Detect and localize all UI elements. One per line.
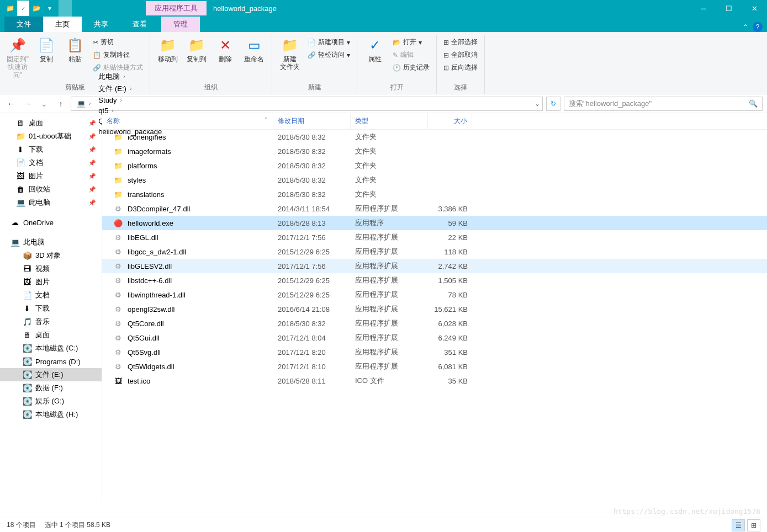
file-row[interactable]: ⚙libGLESV2.dll2017/12/1 7:56应用程序扩展2,742 … (102, 259, 767, 273)
recent-dropdown[interactable]: ⌄ (38, 97, 51, 110)
properties-button[interactable]: ✓属性 (362, 35, 388, 64)
file-row[interactable]: 🔴helloworld.exe2018/5/28 8:13应用程序59 KB (102, 216, 767, 230)
col-name[interactable]: 名称⌃ (102, 113, 273, 129)
pc-icon[interactable]: 💻› (73, 98, 94, 109)
file-date: 2015/12/29 6:25 (273, 248, 351, 256)
navigation-pane[interactable]: 🖥桌面📌📁01-uboot基础📌⬇下载📌📄文档📌🖼图片📌🗑回收站📌💻此电脑📌☁O… (0, 113, 102, 499)
open-button[interactable]: 📂打开 ▾ (390, 36, 432, 48)
nav-item[interactable]: ⬇下载 (0, 302, 102, 315)
minimize-button[interactable]: ─ (691, 0, 716, 17)
file-row[interactable]: ⚙opengl32sw.dll2016/6/14 21:08应用程序扩展15,6… (102, 302, 767, 316)
pin-to-quick-access-button[interactable]: 📌固定到" 快速访问" (4, 35, 31, 80)
file-row[interactable]: ⚙D3Dcompiler_47.dll2014/3/11 18:54应用程序扩展… (102, 201, 767, 216)
nav-item[interactable]: 🖥桌面📌 (0, 116, 102, 130)
maximize-button[interactable]: ☐ (716, 0, 742, 17)
file-row[interactable]: ⚙Qt5Gui.dll2017/12/1 8:04应用程序扩展6,249 KB (102, 331, 767, 345)
cut-button[interactable]: ✂剪切 (91, 36, 145, 48)
file-row[interactable]: ⚙libstdc++-6.dll2015/12/29 6:25应用程序扩展1,5… (102, 273, 767, 288)
qat-folder-icon[interactable]: 📂 (30, 0, 43, 17)
col-date[interactable]: 修改日期 (273, 113, 351, 129)
dll-icon: ⚙ (113, 232, 123, 242)
nav-item[interactable]: 💻此电脑 (0, 236, 102, 249)
qat-dropdown-icon[interactable]: ▾ (43, 0, 56, 17)
close-button[interactable]: ✕ (742, 0, 767, 17)
nav-item[interactable]: 🎵音乐 (0, 315, 102, 328)
address-dropdown-icon[interactable]: ⌄ (535, 100, 540, 108)
help-icon[interactable]: ? (753, 22, 763, 32)
back-button[interactable]: ← (4, 97, 18, 110)
copy-to-button[interactable]: 📁复制到 (183, 35, 210, 64)
select-none-button[interactable]: ⊟全部取消 (441, 49, 480, 61)
file-row[interactable]: ⚙Qt5Widgets.dll2017/12/1 8:10应用程序扩展6,081… (102, 359, 767, 374)
file-row[interactable]: ⚙libEGL.dll2017/12/1 7:56应用程序扩展22 KB (102, 230, 767, 244)
file-row[interactable]: ⚙Qt5Core.dll2018/5/30 8:32应用程序扩展6,028 KB (102, 316, 767, 331)
nav-item-icon: 🖼 (22, 277, 32, 287)
edit-button[interactable]: ✎编辑 (390, 49, 432, 61)
file-name: Qt5Gui.dll (128, 334, 160, 342)
new-folder-button[interactable]: 📁新建 文件夹 (277, 35, 303, 72)
nav-item[interactable]: ☁OneDrive (0, 216, 102, 229)
search-input[interactable]: 搜索"helloworld_package" 🔍 (564, 97, 763, 111)
invert-selection-button[interactable]: ⊡反向选择 (441, 62, 480, 73)
select-all-button[interactable]: ⊞全部选择 (441, 36, 480, 48)
rename-button[interactable]: ▭重命名 (241, 35, 267, 64)
history-button[interactable]: 🕐历史记录 (390, 62, 432, 73)
nav-item[interactable]: 📄文档📌 (0, 156, 102, 169)
qat-checkbox-icon[interactable]: ✓ (17, 0, 30, 17)
nav-item[interactable]: 🖼图片 (0, 275, 102, 289)
new-folder-icon: 📁 (281, 36, 299, 54)
search-icon[interactable]: 🔍 (749, 99, 758, 108)
nav-item[interactable]: 💽娱乐 (G:) (0, 395, 102, 408)
nav-item[interactable]: 💽数据 (F:) (0, 381, 102, 395)
file-row[interactable]: ⚙libgcc_s_dw2-1.dll2015/12/29 6:25应用程序扩展… (102, 244, 767, 259)
nav-item[interactable]: ⬇下载📌 (0, 143, 102, 156)
tab-home[interactable]: 主页 (43, 17, 82, 32)
tab-share[interactable]: 共享 (82, 17, 120, 32)
file-row[interactable]: ⚙libwinpthread-1.dll2015/12/29 6:25应用程序扩… (102, 288, 767, 302)
move-to-button[interactable]: 📁移动到 (155, 35, 181, 64)
nav-item[interactable]: 💽本地磁盘 (H:) (0, 408, 102, 421)
nav-item[interactable]: 💽文件 (E:) (0, 368, 102, 381)
paste-button[interactable]: 📋粘贴 (62, 35, 88, 64)
column-headers[interactable]: 名称⌃ 修改日期 类型 大小 (102, 113, 767, 130)
tab-view[interactable]: 查看 (120, 17, 159, 32)
nav-item[interactable]: 🖼图片📌 (0, 169, 102, 183)
nav-item[interactable]: 🎞视频 (0, 262, 102, 275)
tab-manage[interactable]: 管理 (161, 17, 200, 32)
collapse-ribbon-icon[interactable]: ⌃ (743, 23, 748, 31)
breadcrumb[interactable]: 💻› 此电脑›文件 (E:)›Study›qt5›Qt Project›hell… (71, 97, 543, 111)
icons-view-button[interactable]: ⊞ (747, 519, 760, 531)
delete-button[interactable]: ✕删除 (212, 35, 239, 64)
file-date: 2018/5/30 8:32 (273, 162, 351, 170)
nav-item[interactable]: 💽本地磁盘 (C:) (0, 342, 102, 355)
nav-item[interactable]: 📄文档 (0, 289, 102, 302)
col-type[interactable]: 类型 (351, 113, 428, 129)
copy-path-button[interactable]: 📋复制路径 (91, 49, 145, 61)
nav-item[interactable]: 📁01-uboot基础📌 (0, 130, 102, 143)
file-row[interactable]: ⚙Qt5Svg.dll2017/12/1 8:20应用程序扩展351 KB (102, 345, 767, 359)
tab-file[interactable]: 文件 (4, 17, 43, 32)
forward-button[interactable]: → (21, 97, 34, 110)
new-item-button[interactable]: 📄新建项目 ▾ (305, 36, 352, 48)
file-row[interactable]: 🖼test.ico2018/5/28 8:11ICO 文件35 KB (102, 374, 767, 388)
nav-item[interactable]: 🖥桌面 (0, 328, 102, 342)
file-row[interactable]: 📁translations2018/5/30 8:32文件夹 (102, 187, 767, 201)
nav-item[interactable]: 📦3D 对象 (0, 249, 102, 262)
file-list[interactable]: 名称⌃ 修改日期 类型 大小 📁iconengines2018/5/30 8:3… (102, 113, 767, 499)
refresh-button[interactable]: ↻ (546, 97, 560, 111)
file-row[interactable]: 📁platforms2018/5/30 8:32文件夹 (102, 158, 767, 173)
easy-access-button[interactable]: 🔗轻松访问 ▾ (305, 49, 352, 61)
file-row[interactable]: 📁imageformats2018/5/30 8:32文件夹 (102, 144, 767, 158)
nav-item[interactable]: 💻此电脑📌 (0, 196, 102, 209)
copy-button[interactable]: 📄复制 (33, 35, 60, 64)
details-view-button[interactable]: ☰ (732, 519, 745, 531)
col-size[interactable]: 大小 (428, 113, 472, 129)
nav-item[interactable]: 💽Programs (D:) (0, 355, 102, 368)
file-row[interactable]: 📁iconengines2018/5/30 8:32文件夹 (102, 130, 767, 144)
breadcrumb-item[interactable]: 此电脑› (95, 71, 165, 83)
file-row[interactable]: 📁styles2018/5/30 8:32文件夹 (102, 173, 767, 187)
nav-item[interactable]: 🗑回收站📌 (0, 183, 102, 196)
up-button[interactable]: ↑ (54, 97, 67, 110)
breadcrumb-item[interactable]: Study› (95, 95, 165, 105)
breadcrumb-item[interactable]: 文件 (E:)› (95, 83, 165, 95)
